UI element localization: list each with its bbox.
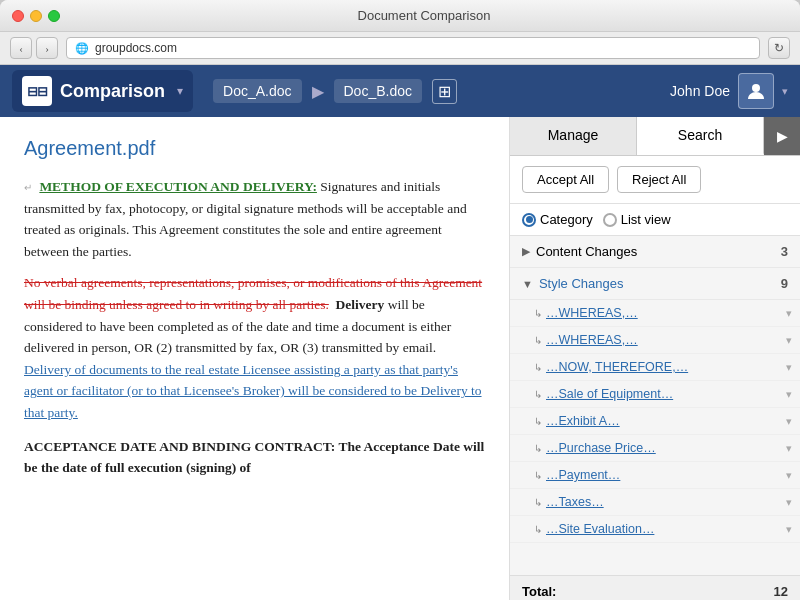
window-title: Document Comparison <box>60 8 788 23</box>
item-chevron-icon: ▾ <box>786 361 792 374</box>
acceptance-date-bold: Acceptance Date <box>364 439 460 454</box>
item-arrow-icon: ↳ <box>534 470 542 481</box>
style-changes-category[interactable]: ▼ Style Changes 9 <box>510 268 800 300</box>
method-heading-link[interactable]: METHOD OF EXECUTION AND DELIVERY: <box>39 179 317 194</box>
url-icon: 🌐 <box>75 42 89 55</box>
paragraph-strikethrough: No verbal agreements, representations, p… <box>24 272 485 423</box>
item-arrow-icon: ↳ <box>534 416 542 427</box>
list-item[interactable]: ↳ …Sale of Equipment… ▾ <box>510 381 800 408</box>
close-button[interactable] <box>12 10 24 22</box>
minimize-button[interactable] <box>30 10 42 22</box>
delivery-bold: Delivery <box>336 297 385 312</box>
traffic-lights <box>12 10 60 22</box>
address-bar: ‹ › 🌐 groupdocs.com ↻ <box>0 32 800 65</box>
avatar[interactable] <box>738 73 774 109</box>
item-chevron-icon: ▾ <box>786 307 792 320</box>
accept-all-button[interactable]: Accept All <box>522 166 609 193</box>
list-item[interactable]: ↳ …Site Evaluation… ▾ <box>510 516 800 543</box>
item-link[interactable]: …NOW, THEREFORE,… <box>546 360 786 374</box>
user-dropdown-icon[interactable]: ▾ <box>782 85 788 98</box>
item-arrow-icon: ↳ <box>534 308 542 319</box>
item-arrow-icon: ↳ <box>534 497 542 508</box>
main-content: Agreement.pdf ↵ METHOD OF EXECUTION AND … <box>0 117 800 600</box>
brand-name: Comparison <box>60 81 165 102</box>
doc-tabs: Doc_A.doc ▶ Doc_B.doc ⊞ <box>213 79 457 104</box>
right-panel: Manage Search ▶ Accept All Reject All Ca… <box>510 117 800 600</box>
doc-view-icon[interactable]: ⊞ <box>432 79 457 104</box>
url-text: groupdocs.com <box>95 41 177 55</box>
brand-icon: ⊟⊟ <box>22 76 52 106</box>
list-item[interactable]: ↳ …WHEREAS,… ▾ <box>510 300 800 327</box>
section-icon: ↵ <box>24 182 32 193</box>
brand-logo[interactable]: ⊟⊟ Comparison ▾ <box>12 70 193 112</box>
list-radio[interactable]: List view <box>603 212 671 227</box>
username: John Doe <box>670 83 730 99</box>
tab-manage[interactable]: Manage <box>510 117 637 155</box>
item-arrow-icon: ↳ <box>534 524 542 535</box>
list-label: List view <box>621 212 671 227</box>
refresh-button[interactable]: ↻ <box>768 37 790 59</box>
item-link[interactable]: …WHEREAS,… <box>546 333 786 347</box>
item-link[interactable]: …WHEREAS,… <box>546 306 786 320</box>
content-changes-arrow: ▶ <box>522 245 530 258</box>
back-button[interactable]: ‹ <box>10 37 32 59</box>
list-item[interactable]: ↳ …WHEREAS,… ▾ <box>510 327 800 354</box>
list-item[interactable]: ↳ …NOW, THEREFORE,… ▾ <box>510 354 800 381</box>
category-radio[interactable]: Category <box>522 212 593 227</box>
svg-point-0 <box>752 84 760 92</box>
panel-tabs: Manage Search ▶ <box>510 117 800 156</box>
doc-arrow-icon: ▶ <box>312 82 324 101</box>
item-arrow-icon: ↳ <box>534 362 542 373</box>
title-bar: Document Comparison <box>0 0 800 32</box>
item-chevron-icon: ▾ <box>786 496 792 509</box>
item-chevron-icon: ▾ <box>786 523 792 536</box>
section-1-heading-block: ↵ METHOD OF EXECUTION AND DELIVERY: Sign… <box>24 176 485 262</box>
item-chevron-icon: ▾ <box>786 469 792 482</box>
content-changes-count: 3 <box>781 244 788 259</box>
item-chevron-icon: ▾ <box>786 388 792 401</box>
item-arrow-icon: ↳ <box>534 443 542 454</box>
tab-search[interactable]: Search <box>637 117 764 155</box>
list-item[interactable]: ↳ …Purchase Price… ▾ <box>510 435 800 462</box>
content-changes-name: Content Changes <box>536 244 781 259</box>
footer-total-label: Total: <box>522 584 774 599</box>
style-changes-arrow: ▼ <box>522 278 533 290</box>
item-chevron-icon: ▾ <box>786 442 792 455</box>
user-info: John Doe ▾ <box>670 73 788 109</box>
doc-b-tab[interactable]: Doc_B.doc <box>334 79 422 103</box>
item-link[interactable]: …Sale of Equipment… <box>546 387 786 401</box>
item-arrow-icon: ↳ <box>534 389 542 400</box>
list-radio-dot[interactable] <box>603 213 617 227</box>
app-header: ⊟⊟ Comparison ▾ Doc_A.doc ▶ Doc_B.doc ⊞ … <box>0 65 800 117</box>
category-label: Category <box>540 212 593 227</box>
item-arrow-icon: ↳ <box>534 335 542 346</box>
doc-a-tab[interactable]: Doc_A.doc <box>213 79 301 103</box>
content-changes-category[interactable]: ▶ Content Changes 3 <box>510 236 800 268</box>
category-radio-dot[interactable] <box>522 213 536 227</box>
item-link[interactable]: …Payment… <box>546 468 786 482</box>
style-changes-count: 9 <box>781 276 788 291</box>
list-item[interactable]: ↳ …Taxes… ▾ <box>510 489 800 516</box>
item-link[interactable]: …Taxes… <box>546 495 786 509</box>
nav-buttons: ‹ › <box>10 37 58 59</box>
delivery-link[interactable]: Delivery of documents to the real estate… <box>24 362 482 420</box>
list-item[interactable]: ↳ …Payment… ▾ <box>510 462 800 489</box>
document-pane: Agreement.pdf ↵ METHOD OF EXECUTION AND … <box>0 117 510 600</box>
panel-footer: Total: 12 <box>510 575 800 600</box>
window-frame: Document Comparison ‹ › 🌐 groupdocs.com … <box>0 0 800 65</box>
doc-filename: Agreement.pdf <box>24 137 485 160</box>
reject-all-button[interactable]: Reject All <box>617 166 701 193</box>
panel-actions: Accept All Reject All <box>510 156 800 204</box>
list-item[interactable]: ↳ …Exhibit A… ▾ <box>510 408 800 435</box>
item-link[interactable]: …Exhibit A… <box>546 414 786 428</box>
forward-button[interactable]: › <box>36 37 58 59</box>
change-list: ▶ Content Changes 3 ▼ Style Changes 9 ↳ … <box>510 236 800 575</box>
style-changes-name: Style Changes <box>539 276 781 291</box>
play-button[interactable]: ▶ <box>764 117 800 155</box>
item-link[interactable]: …Purchase Price… <box>546 441 786 455</box>
url-bar[interactable]: 🌐 groupdocs.com <box>66 37 760 59</box>
maximize-button[interactable] <box>48 10 60 22</box>
section-2-heading: ACCEPTANCE DATE AND BINDING CONTRACT: Th… <box>24 436 485 479</box>
item-link[interactable]: …Site Evaluation… <box>546 522 786 536</box>
brand-dropdown-icon[interactable]: ▾ <box>177 84 183 99</box>
